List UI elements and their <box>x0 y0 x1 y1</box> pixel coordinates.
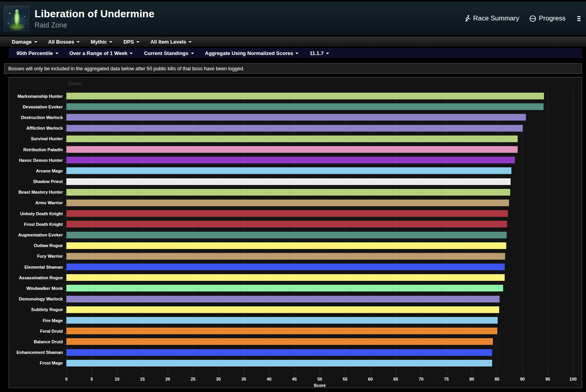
category-label[interactable]: Shadow Priest <box>9 179 66 184</box>
bar-track <box>66 274 573 281</box>
score-bar[interactable] <box>66 328 497 334</box>
chevron-down-icon <box>136 41 139 43</box>
dropdown-label: Current Standings <box>144 50 188 56</box>
score-bar[interactable] <box>66 285 503 291</box>
category-label[interactable]: Elemental Shaman <box>9 265 66 269</box>
filter-damage[interactable]: Damage <box>6 37 43 47</box>
category-label[interactable]: Havoc Demon Hunter <box>9 158 66 163</box>
x-tick-mark <box>345 372 346 374</box>
option-over-a-range-of-1-week[interactable]: Over a Range of 1 Week <box>64 48 139 58</box>
score-bar[interactable] <box>66 125 523 132</box>
filter-all-bosses[interactable]: All Bosses <box>43 37 85 47</box>
category-label[interactable]: Fury Warrior <box>9 254 66 258</box>
option-aggregate-using-normalized-scores[interactable]: Aggregate Using Normalized Scores <box>200 48 304 58</box>
x-tick-label: 90 <box>520 377 525 381</box>
bar-track <box>66 242 573 249</box>
globe-icon <box>529 15 536 22</box>
category-label[interactable]: Arms Warrior <box>9 200 66 205</box>
score-bar[interactable] <box>66 157 515 163</box>
category-label[interactable]: Assassination Rogue <box>9 275 66 280</box>
category-label[interactable]: Feral Druid <box>9 329 66 333</box>
score-bar[interactable] <box>66 338 493 345</box>
zone-title-block: Liberation of Undermine Raid Zone <box>35 8 465 29</box>
category-label[interactable]: Subtlety Rogue <box>9 307 66 312</box>
race-summary-link[interactable]: Race Summary <box>465 15 519 22</box>
bar-track <box>66 285 573 291</box>
category-label[interactable]: Unholy Death Knight <box>9 211 66 216</box>
score-bar[interactable] <box>66 114 526 121</box>
score-bar[interactable] <box>66 189 510 196</box>
x-tick-label: 45 <box>292 377 297 381</box>
score-bar[interactable] <box>66 349 492 356</box>
chart-row: Frost Death Knight <box>9 219 573 229</box>
primary-filter-bar: DamageAll BossesMythicDPSAll Item Levels <box>0 36 586 47</box>
category-label[interactable]: Arcane Mage <box>9 169 66 173</box>
chart-row: Arms Warrior <box>9 198 573 208</box>
category-label[interactable]: Destruction Warlock <box>9 115 66 120</box>
category-label[interactable]: Fire Mage <box>9 318 66 323</box>
score-bar[interactable] <box>66 306 499 313</box>
score-bar[interactable] <box>66 360 492 366</box>
category-label[interactable]: Marksmanship Hunter <box>9 94 66 99</box>
option-95th-percentile[interactable]: 95th Percentile <box>11 48 64 58</box>
score-bar[interactable] <box>66 274 505 281</box>
x-tick-label: 65 <box>393 377 398 381</box>
category-label[interactable]: Windwalker Monk <box>9 286 66 291</box>
category-label[interactable]: Frost Death Knight <box>9 222 66 227</box>
dropdown-label: DPS <box>123 39 134 45</box>
category-label[interactable]: Outlaw Rogue <box>9 243 66 248</box>
category-label[interactable]: Devastation Evoker <box>9 104 66 109</box>
score-bar[interactable] <box>66 146 518 153</box>
category-label[interactable]: Demonology Warlock <box>9 297 66 301</box>
x-tick-mark <box>92 372 92 374</box>
chart-row: Beast Mastery Hunter <box>9 187 573 198</box>
score-bar[interactable] <box>66 296 500 302</box>
notice-bar: Bosses will only be included in the aggr… <box>4 63 582 74</box>
bar-track <box>66 360 573 366</box>
filter-all-item-levels[interactable]: All Item Levels <box>145 37 197 47</box>
clipped-edge-icon[interactable] <box>577 15 581 22</box>
score-bar[interactable] <box>66 253 505 260</box>
score-bar[interactable] <box>66 317 498 324</box>
x-tick-label: 25 <box>190 377 195 381</box>
score-bar[interactable] <box>66 178 511 185</box>
x-tick-mark <box>472 372 472 374</box>
category-label[interactable]: Retribution Paladin <box>9 147 66 152</box>
category-label[interactable]: Balance Druid <box>9 339 66 344</box>
bar-track <box>66 328 573 334</box>
x-tick-mark <box>522 372 523 374</box>
category-label[interactable]: Augmentation Evoker <box>9 233 66 237</box>
score-bar[interactable] <box>66 210 508 217</box>
x-tick-mark <box>117 372 117 374</box>
filter-mythic[interactable]: Mythic <box>85 37 118 47</box>
category-label[interactable]: Enhancement Shaman <box>9 350 66 355</box>
option-current-standings[interactable]: Current Standings <box>138 48 199 58</box>
score-bar[interactable] <box>66 136 518 142</box>
chart-row: Retribution Paladin <box>9 144 573 155</box>
score-bar[interactable] <box>66 167 511 174</box>
score-bar[interactable] <box>66 264 505 270</box>
x-tick-mark <box>143 372 143 374</box>
option-11-1-7[interactable]: 11.1.7 <box>304 48 334 58</box>
bar-track <box>66 338 573 345</box>
category-label[interactable]: Frost Mage <box>9 361 66 365</box>
score-bar[interactable] <box>66 200 509 206</box>
x-tick-label: 95 <box>545 377 550 381</box>
score-bar[interactable] <box>66 103 544 110</box>
filter-dps[interactable]: DPS <box>118 37 145 47</box>
score-bar[interactable] <box>66 221 507 227</box>
category-label[interactable]: Affliction Warlock <box>9 126 66 130</box>
dropdown-label: Aggregate Using Normalized Scores <box>205 50 293 56</box>
x-tick-mark <box>573 372 573 374</box>
chevron-down-icon <box>295 53 298 54</box>
category-label[interactable]: Survival Hunter <box>9 136 66 141</box>
category-label[interactable]: Beast Mastery Hunter <box>9 190 66 194</box>
progress-link[interactable]: Progress <box>529 15 566 22</box>
zone-logo[interactable] <box>4 6 29 31</box>
chart-x-axis-title: Score <box>66 383 573 388</box>
score-bar[interactable] <box>66 93 544 99</box>
chart-rows: Marksmanship HunterDevastation EvokerDes… <box>9 91 573 368</box>
score-bar[interactable] <box>66 232 507 238</box>
chart-zoom-label[interactable]: Zoom <box>68 81 82 86</box>
score-bar[interactable] <box>66 242 506 249</box>
